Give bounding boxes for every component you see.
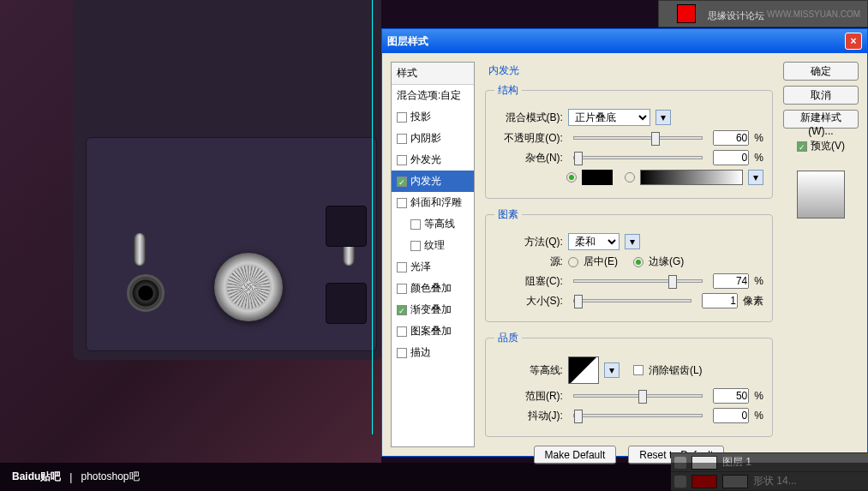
jitter-slider[interactable] <box>573 414 703 417</box>
blend-mode-label: 混合模式(B): <box>494 111 563 125</box>
quality-group: 品质 等高线: ▾ 消除锯齿(L) 范围(R): % 抖动(J): <box>485 331 773 437</box>
style-checkbox[interactable] <box>397 155 407 165</box>
elements-legend: 图素 <box>494 207 522 222</box>
footer-forum-name: photoshop吧 <box>81 470 139 484</box>
dialog-title: 图层样式 <box>387 34 428 49</box>
source-edge-radio[interactable] <box>633 257 644 267</box>
source-center-label: 居中(E) <box>584 254 618 269</box>
color-radio[interactable] <box>566 172 577 183</box>
brand-text: 思缘设计论坛 <box>708 9 764 22</box>
style-item[interactable]: 投影 <box>392 106 474 128</box>
choke-unit: % <box>754 275 763 287</box>
style-checkbox[interactable] <box>397 348 407 358</box>
style-item[interactable]: 图案叠加 <box>392 320 474 342</box>
style-checkbox[interactable] <box>397 326 407 337</box>
style-checkbox[interactable] <box>397 134 407 144</box>
blending-options-row[interactable]: 混合选项:自定 <box>392 85 474 106</box>
contour-picker[interactable] <box>568 356 599 384</box>
style-item[interactable]: 颜色叠加 <box>392 278 474 299</box>
jitter-input[interactable] <box>713 408 749 423</box>
ok-button[interactable]: 确定 <box>783 62 859 81</box>
noise-input[interactable] <box>713 150 749 165</box>
style-item[interactable]: 斜面和浮雕 <box>392 192 474 213</box>
gradient-radio[interactable] <box>625 172 635 183</box>
style-item[interactable]: 渐变叠加 <box>392 299 474 320</box>
quality-legend: 品质 <box>494 331 522 345</box>
technique-select[interactable]: 柔和 <box>568 233 620 250</box>
style-item[interactable]: 描边 <box>392 342 474 363</box>
noise-unit: % <box>754 152 763 164</box>
section-title: 内发光 <box>488 63 773 78</box>
antialias-label: 消除锯齿(L) <box>649 363 703 378</box>
headphone-jack <box>127 274 165 312</box>
opacity-slider[interactable] <box>573 136 703 140</box>
close-icon[interactable]: × <box>845 33 862 50</box>
range-input[interactable] <box>713 388 749 404</box>
opacity-unit: % <box>754 132 763 144</box>
source-center-radio[interactable] <box>568 257 578 267</box>
style-label: 内阴影 <box>410 131 441 146</box>
style-checkbox[interactable] <box>397 305 407 315</box>
style-checkbox[interactable] <box>410 219 421 230</box>
style-checkbox[interactable] <box>397 284 407 294</box>
preview-label: 预览(V) <box>811 139 845 153</box>
settings-panel: 内发光 结构 混合模式(B): 正片叠底 ▾ 不透明度(O): % 杂色(N): <box>482 62 776 447</box>
style-label: 渐变叠加 <box>410 302 452 317</box>
style-item[interactable]: 纹理 <box>392 235 474 256</box>
styles-header[interactable]: 样式 <box>392 63 474 85</box>
canvas-background <box>0 0 381 463</box>
style-label: 内发光 <box>410 174 441 189</box>
style-item[interactable]: 内阴影 <box>392 128 474 149</box>
chevron-down-icon[interactable]: ▾ <box>748 170 763 185</box>
style-item[interactable]: 内发光 <box>392 171 474 192</box>
style-item[interactable]: 光泽 <box>392 256 474 278</box>
range-slider[interactable] <box>573 394 703 398</box>
foreground-color-swatch[interactable] <box>677 4 696 23</box>
noise-slider[interactable] <box>573 156 703 159</box>
style-label: 投影 <box>410 110 431 124</box>
style-checkbox[interactable] <box>397 112 407 123</box>
new-style-button[interactable]: 新建样式(W)... <box>783 110 859 129</box>
structure-legend: 结构 <box>494 83 522 98</box>
opacity-input[interactable] <box>713 130 749 146</box>
elements-group: 图素 方法(Q): 柔和 ▾ 源: 居中(E) 边缘(G) 阻塞(C): <box>485 207 773 322</box>
antialias-checkbox[interactable] <box>633 365 644 375</box>
size-slider[interactable] <box>573 299 691 302</box>
style-item[interactable]: 外发光 <box>392 149 474 171</box>
style-label: 斜面和浮雕 <box>410 195 462 210</box>
cancel-button[interactable]: 取消 <box>783 86 859 105</box>
chevron-down-icon[interactable]: ▾ <box>604 362 620 378</box>
size-input[interactable] <box>702 293 738 308</box>
style-label: 等高线 <box>424 217 455 231</box>
footer-logo: Baidu贴吧 <box>12 470 61 484</box>
dialog-titlebar[interactable]: 图层样式 × <box>382 29 867 53</box>
size-unit: 像素 <box>743 294 763 308</box>
style-checkbox[interactable] <box>410 241 421 251</box>
style-checkbox[interactable] <box>397 177 407 187</box>
jitter-label: 抖动(J): <box>494 409 563 423</box>
range-label: 范围(R): <box>494 389 563 404</box>
blend-mode-select[interactable]: 正片叠底 <box>568 109 650 126</box>
technique-label: 方法(Q): <box>494 235 563 249</box>
preview-checkbox[interactable] <box>797 141 807 152</box>
choke-input[interactable] <box>713 273 749 289</box>
source-edge-label: 边缘(G) <box>649 254 684 269</box>
style-label: 光泽 <box>410 260 431 274</box>
style-checkbox[interactable] <box>397 262 407 272</box>
make-default-button[interactable]: Make Default <box>534 446 617 464</box>
jitter-unit: % <box>754 410 763 422</box>
style-label: 描边 <box>410 345 431 360</box>
guide-vertical <box>372 0 373 434</box>
style-checkbox[interactable] <box>397 198 407 208</box>
size-label: 大小(S): <box>494 294 563 308</box>
chevron-down-icon[interactable]: ▾ <box>625 234 640 249</box>
glow-color-swatch[interactable] <box>582 170 613 185</box>
style-label: 外发光 <box>410 153 441 167</box>
chevron-down-icon[interactable]: ▾ <box>655 110 671 125</box>
choke-slider[interactable] <box>573 279 703 283</box>
preview-swatch <box>797 171 845 219</box>
volume-knob <box>214 253 283 321</box>
gradient-preview[interactable] <box>640 170 743 185</box>
pill-button-left <box>134 233 146 266</box>
style-item[interactable]: 等高线 <box>392 213 474 235</box>
